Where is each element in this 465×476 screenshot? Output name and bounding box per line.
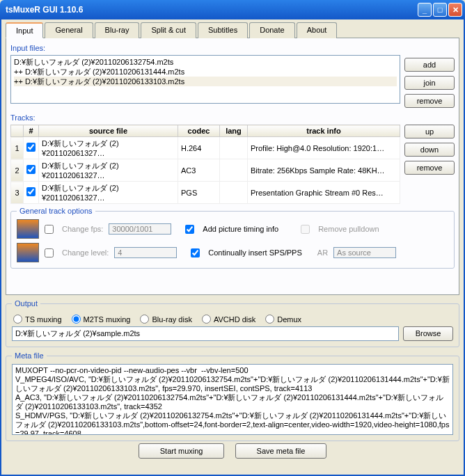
input-files-label: Input files: [10,44,455,52]
remove-pulldown-check [301,225,310,234]
radio-ts[interactable]: TS muxing [13,315,62,324]
col-num[interactable]: # [24,125,39,137]
tab-input[interactable]: Input [6,22,43,38]
ar-select[interactable]: As source [333,247,396,258]
window-title: tsMuxeR GUI 1.10.6 [3,5,418,15]
tab-subtitles[interactable]: Subtitles [198,22,248,38]
radio-demux[interactable]: Demux [265,315,301,324]
add-button[interactable]: add [404,58,455,72]
metafile-text[interactable]: MUXOPT --no-pcr-on-video-pid --new-audio… [12,364,453,435]
main-tabs: Input General Blu-ray Split & cut Subtit… [6,22,459,38]
tab-donate[interactable]: Donate [249,22,294,38]
tab-general[interactable]: General [45,22,93,38]
radio-m2ts[interactable]: M2TS muxing [72,315,131,324]
table-row[interactable]: 1 D:¥新しいフォルダ (2)¥201102061327… H.264 Pro… [11,137,400,159]
track-check[interactable] [26,143,36,152]
ar-label: AR [317,248,328,257]
up-button[interactable]: up [404,125,455,138]
level-select[interactable]: 4 [114,247,177,258]
maximize-button[interactable]: □ [433,3,447,17]
join-button[interactable]: join [404,76,455,90]
track-check[interactable] [26,165,36,174]
list-item[interactable]: ++ D:¥新しいフォルダ (2)¥20110206133103.m2ts [14,77,397,86]
cont-sps-check[interactable] [191,248,200,257]
table-row[interactable]: 3 D:¥新しいフォルダ (2)¥201102061327… PGS Prese… [11,182,400,204]
video-thumb-icon [17,243,39,262]
change-level-check[interactable] [45,248,54,257]
track-check[interactable] [26,187,36,196]
track-remove-button[interactable]: remove [404,161,455,175]
col-info[interactable]: track info [248,125,400,137]
tracks-label: Tracks: [10,113,455,122]
change-level-label: Change level: [62,248,109,257]
close-button[interactable]: ✕ [448,3,462,17]
titlebar: tsMuxeR GUI 1.10.6 _ □ ✕ [0,0,465,19]
table-row[interactable]: 2 D:¥新しいフォルダ (2)¥201102061327… AC3 Bitra… [11,159,400,182]
tab-about[interactable]: About [297,22,338,38]
col-src[interactable]: source file [39,125,178,137]
change-fps-check[interactable] [45,225,54,234]
radio-bluray[interactable]: Blu-ray disk [140,315,191,324]
col-codec[interactable]: codec [178,125,220,137]
fps-select[interactable]: 30000/1001 [109,223,171,235]
browse-button[interactable]: Browse [403,326,453,341]
video-thumb-icon [17,219,39,239]
change-fps-label: Change fps: [62,225,103,233]
tracks-table: # source file codec lang track info 1 D:… [10,125,400,204]
metafile-group: Meta file MUXOPT --no-pcr-on-video-pid -… [6,351,459,441]
remove-pulldown-label: Remove pulldown [318,225,379,233]
remove-button[interactable]: remove [404,94,455,108]
output-path-field[interactable]: D:¥新しいフォルダ (2)¥sample.m2ts [12,326,399,341]
output-group: Output TS muxing M2TS muxing Blu-ray dis… [6,299,459,347]
input-files-list[interactable]: D:¥新しいフォルダ (2)¥20110206132754.m2ts ++ D:… [10,55,400,104]
general-track-options: General track options Change fps: 30000/… [10,207,455,269]
radio-avchd[interactable]: AVCHD disk [202,315,255,324]
save-meta-button[interactable]: Save meta file [235,443,327,459]
cont-sps-label: Continually insert SPS/PPS [208,248,302,257]
down-button[interactable]: down [404,143,455,157]
col-lang[interactable]: lang [220,125,248,137]
tab-split[interactable]: Split & cut [141,22,196,38]
minimize-button[interactable]: _ [418,3,432,17]
list-item[interactable]: D:¥新しいフォルダ (2)¥20110206132754.m2ts [14,57,397,67]
add-pic-check[interactable] [185,225,194,234]
tab-bluray[interactable]: Blu-ray [95,22,140,38]
list-item[interactable]: ++ D:¥新しいフォルダ (2)¥20110206131444.m2ts [14,67,397,77]
add-pic-label: Add picture timing info [203,225,278,233]
start-muxing-button[interactable]: Start muxing [139,443,225,459]
